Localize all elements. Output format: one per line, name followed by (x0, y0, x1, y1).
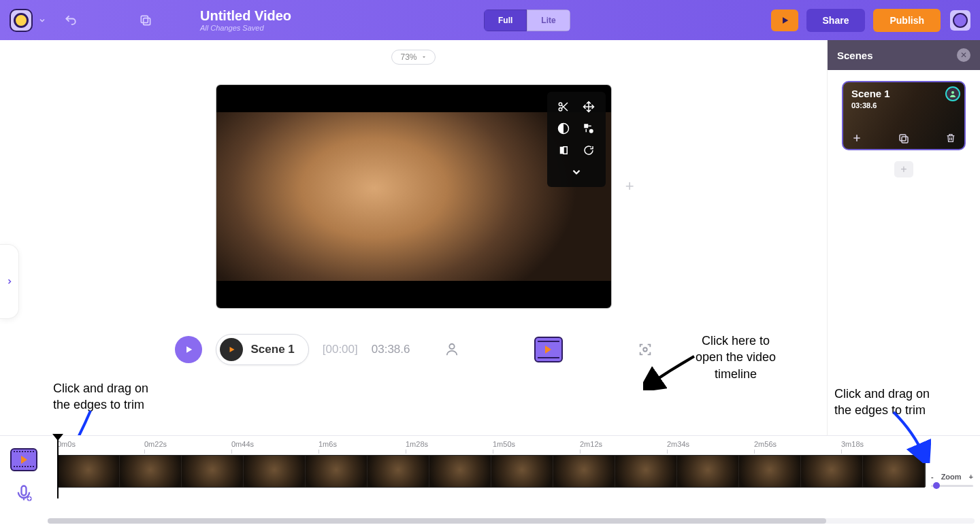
zoom-in-button[interactable]: + (969, 473, 973, 481)
app-logo[interactable] (10, 9, 33, 32)
timeline-playhead[interactable] (57, 436, 59, 498)
timeline-zone: 0m0s 0m22s 0m44s 1m6s 1m28s 1m50s 2m12s … (0, 435, 980, 525)
ruler-tick: 1m6s (318, 440, 337, 448)
add-scene-button[interactable]: + (894, 161, 913, 177)
svg-rect-0 (144, 18, 150, 24)
annotation-trim-left: Click and drag on the edges to trim (53, 380, 148, 413)
sidebar-title: Scenes (837, 50, 873, 61)
play-all-button[interactable] (175, 336, 202, 363)
rotate-icon[interactable] (578, 141, 600, 160)
editor-mode-toggle: Full Lite (484, 10, 570, 31)
svg-point-3 (559, 108, 562, 112)
scene-pill-label: Scene 1 (251, 343, 295, 356)
ruler-tick: 3m18s (841, 440, 864, 448)
scene-control-row: Scene 1 [00:00] 03:38.6 (175, 334, 653, 365)
zoom-label: Zoom (941, 473, 962, 481)
ruler-tick: 2m34s (667, 440, 689, 448)
svg-rect-13 (900, 135, 906, 141)
left-panel-expand-tab[interactable] (0, 244, 19, 319)
canvas-area: 73% + (0, 40, 827, 435)
ruler-tick: 0m0s (57, 440, 76, 448)
scenes-sidebar: Scenes ✕ Scene 1 03:38.6 + Click a (827, 40, 980, 435)
timeline-zoom-control: - Zoom + (931, 473, 973, 487)
zoom-slider[interactable] (931, 485, 973, 487)
move-icon[interactable] (578, 97, 600, 116)
svg-rect-14 (22, 486, 27, 496)
mode-full[interactable]: Full (484, 10, 527, 31)
sidebar-header: Scenes ✕ (828, 40, 980, 70)
ruler-tick: 1m50s (493, 440, 515, 448)
scene-card-title: Scene 1 (851, 88, 890, 99)
scene-delete-icon[interactable] (945, 133, 956, 145)
contrast-icon[interactable] (553, 119, 575, 138)
play-scene-button[interactable] (220, 338, 243, 361)
preview-play-button[interactable] (771, 10, 798, 31)
scene-pill[interactable]: Scene 1 (216, 334, 309, 365)
scene-card-1[interactable]: Scene 1 03:38.6 (842, 81, 966, 150)
voiceover-mic-icon[interactable] (14, 484, 33, 503)
cut-icon[interactable] (553, 97, 575, 116)
ruler-tick: 2m12s (580, 440, 602, 448)
scene-duplicate-icon[interactable] (898, 133, 910, 145)
ruler-tick: 2m56s (754, 440, 777, 448)
svg-point-6 (589, 129, 593, 133)
video-clip[interactable]: 03:38.6 ••• (57, 455, 926, 488)
focus-icon[interactable] (638, 342, 653, 357)
mode-lite[interactable]: Lite (527, 10, 570, 31)
add-element-button[interactable]: + (625, 177, 634, 195)
publish-button[interactable]: Publish (873, 9, 941, 32)
mask-icon[interactable] (553, 141, 575, 160)
stage-toolbox (547, 92, 606, 187)
open-video-timeline-button[interactable] (534, 337, 563, 362)
svg-point-2 (559, 103, 562, 106)
project-title[interactable]: Untitled Video (200, 8, 291, 24)
scene-card-actions (851, 133, 956, 145)
svg-rect-7 (560, 147, 564, 154)
project-title-block: Untitled Video All Changes Saved (200, 8, 291, 32)
undo-icon[interactable] (64, 14, 78, 27)
video-stage[interactable] (216, 85, 611, 308)
arrow-left-trim (60, 407, 101, 435)
video-track-icon[interactable] (10, 448, 37, 471)
timeline-left-tools (0, 436, 48, 525)
ruler-tick: 0m22s (144, 440, 167, 448)
user-avatar[interactable] (950, 10, 970, 31)
duplicate-icon[interactable] (139, 14, 152, 27)
svg-point-11 (951, 91, 954, 94)
swap-icon[interactable] (578, 119, 600, 138)
scene-card-duration: 03:38.6 (851, 101, 877, 109)
share-button[interactable]: Share (806, 9, 866, 32)
svg-rect-1 (141, 16, 148, 22)
timeline-scrollbar-thumb[interactable] (48, 518, 826, 524)
timeline-scrollbar[interactable] (48, 518, 975, 524)
svg-rect-8 (564, 147, 567, 154)
close-sidebar-button[interactable]: ✕ (957, 48, 970, 62)
zoom-slider-thumb[interactable] (933, 482, 940, 489)
timeline-ruler[interactable]: 0m0s 0m22s 0m44s 1m6s 1m28s 1m50s 2m12s … (48, 440, 980, 455)
ruler-tick: 1m28s (406, 440, 428, 448)
zoom-out-button[interactable]: - (931, 473, 934, 481)
timeline-track-area: 0m0s 0m22s 0m44s 1m6s 1m28s 1m50s 2m12s … (48, 436, 980, 525)
duration-label: 03:38.6 (372, 343, 410, 356)
scene-card-avatar-icon (945, 86, 960, 101)
annotation-trim-right: Click and drag on the edges to trim (834, 386, 980, 419)
character-icon[interactable] (444, 342, 459, 357)
svg-point-10 (643, 348, 647, 352)
scene-add-icon[interactable] (851, 133, 862, 145)
ruler-tick: 0m44s (231, 440, 254, 448)
annotation-open-timeline: Click here to open the video timeline (696, 333, 776, 382)
svg-rect-12 (902, 137, 908, 143)
logo-chevron-down-icon[interactable] (38, 16, 46, 24)
svg-rect-5 (584, 124, 588, 128)
canvas-zoom-value: 73% (400, 52, 416, 62)
save-status: All Changes Saved (200, 24, 291, 32)
canvas-zoom-dropdown[interactable]: 73% (391, 50, 435, 65)
toolbox-expand-icon[interactable] (553, 163, 600, 182)
current-time-label: [00:00] (323, 343, 358, 356)
main-area: 73% + (0, 40, 980, 435)
svg-point-9 (449, 344, 454, 349)
top-bar: Untitled Video All Changes Saved Full Li… (0, 0, 980, 40)
